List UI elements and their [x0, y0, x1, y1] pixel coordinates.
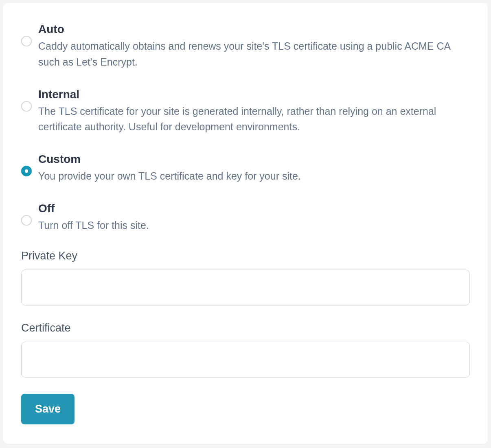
radio-title: Auto — [38, 23, 470, 36]
certificate-label: Certificate — [21, 322, 470, 334]
radio-title: Off — [38, 202, 470, 215]
private-key-field: Private Key — [21, 250, 470, 307]
radio-content: Off Turn off TLS for this site. — [38, 202, 470, 233]
tls-option-auto[interactable]: Auto Caddy automatically obtains and ren… — [21, 23, 470, 70]
certificate-input[interactable] — [21, 342, 470, 378]
tls-mode-radio-group: Auto Caddy automatically obtains and ren… — [21, 23, 470, 233]
radio-content: Auto Caddy automatically obtains and ren… — [38, 23, 470, 70]
tls-option-internal[interactable]: Internal The TLS certificate for your si… — [21, 88, 470, 135]
save-button[interactable]: Save — [21, 394, 75, 424]
tls-settings-card: Auto Caddy automatically obtains and ren… — [3, 3, 488, 444]
radio-title: Custom — [38, 153, 470, 166]
tls-option-off[interactable]: Off Turn off TLS for this site. — [21, 202, 470, 233]
radio-icon — [21, 101, 32, 112]
private-key-label: Private Key — [21, 250, 470, 262]
tls-option-custom[interactable]: Custom You provide your own TLS certific… — [21, 153, 470, 184]
radio-content: Internal The TLS certificate for your si… — [38, 88, 470, 135]
radio-icon — [21, 36, 32, 46]
radio-icon — [21, 215, 32, 226]
radio-description: Turn off TLS for this site. — [38, 217, 470, 233]
radio-content: Custom You provide your own TLS certific… — [38, 153, 470, 184]
radio-icon — [21, 166, 32, 176]
radio-description: You provide your own TLS certificate and… — [38, 168, 470, 184]
radio-title: Internal — [38, 88, 470, 101]
certificate-field: Certificate — [21, 322, 470, 379]
radio-description: Caddy automatically obtains and renews y… — [38, 38, 470, 70]
private-key-input[interactable] — [21, 270, 470, 305]
radio-description: The TLS certificate for your site is gen… — [38, 103, 470, 135]
